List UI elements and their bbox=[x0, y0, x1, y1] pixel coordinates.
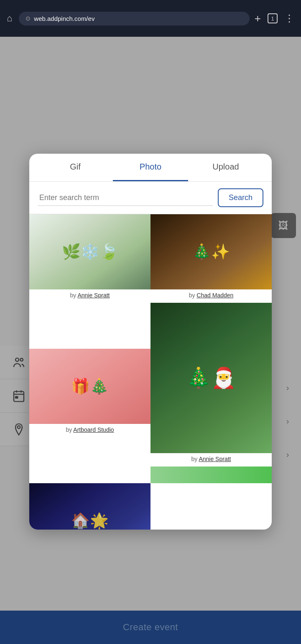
modal-overlay: Gif Photo Upload Search by Annie Spratt bbox=[0, 37, 301, 644]
photo-cell-2-4: by Chad Madden 🎄🎅 by Annie Spratt bbox=[150, 214, 272, 483]
more-options-icon[interactable]: ⋮ bbox=[284, 13, 294, 24]
photo-author-link-3[interactable]: Artboard Studio bbox=[73, 426, 114, 433]
photo-picker-modal: Gif Photo Upload Search by Annie Spratt bbox=[29, 154, 272, 530]
photo-author-link-1[interactable]: Annie Spratt bbox=[77, 292, 110, 299]
photo-credit-3: by Artboard Studio bbox=[29, 424, 150, 437]
photo-cell-2[interactable]: by Chad Madden bbox=[150, 214, 272, 303]
site-info-icon: ⊙ bbox=[26, 15, 31, 22]
photo-partial-strip bbox=[150, 467, 272, 483]
photo-cell-5[interactable] bbox=[29, 483, 150, 530]
photo-author-link-2[interactable]: Chad Madden bbox=[196, 292, 233, 299]
search-button[interactable]: Search bbox=[218, 188, 263, 207]
url-bar[interactable]: ⊙ web.addpinch.com/ev bbox=[19, 12, 250, 25]
url-text: web.addpinch.com/ev bbox=[34, 15, 94, 22]
tab-upload[interactable]: Upload bbox=[188, 154, 263, 181]
photo-image-1 bbox=[29, 214, 150, 289]
home-icon[interactable]: ⌂ bbox=[7, 13, 12, 24]
photo-credit-2: by Chad Madden bbox=[150, 289, 272, 303]
photo-image-2 bbox=[150, 214, 272, 289]
photo-cell-4[interactable]: 🎄🎅 by Annie Spratt bbox=[150, 303, 272, 467]
browser-chrome: ⌂ ⊙ web.addpinch.com/ev + 1 ⋮ bbox=[0, 0, 301, 37]
modal-tab-bar: Gif Photo Upload bbox=[29, 154, 272, 182]
tab-gif[interactable]: Gif bbox=[38, 154, 113, 181]
photo-image-5 bbox=[29, 483, 150, 530]
tab-photo[interactable]: Photo bbox=[113, 154, 188, 181]
search-bar: Search bbox=[29, 182, 272, 214]
photo-image-3 bbox=[29, 349, 150, 424]
photo-grid: by Annie Spratt by Chad Madden 🎄🎅 by Ann… bbox=[29, 214, 272, 530]
photo-cell-1[interactable]: by Annie Spratt bbox=[29, 214, 150, 349]
photo-cell-3[interactable]: by Artboard Studio bbox=[29, 349, 150, 483]
photo-author-link-4[interactable]: Annie Spratt bbox=[199, 456, 231, 462]
search-input[interactable] bbox=[38, 190, 213, 206]
photo-credit-1: by Annie Spratt bbox=[29, 289, 150, 303]
tab-count-badge[interactable]: 1 bbox=[268, 13, 278, 23]
add-tab-icon[interactable]: + bbox=[255, 12, 261, 25]
photo-credit-4: by Annie Spratt bbox=[150, 453, 272, 467]
browser-actions: + 1 ⋮ bbox=[255, 12, 294, 25]
